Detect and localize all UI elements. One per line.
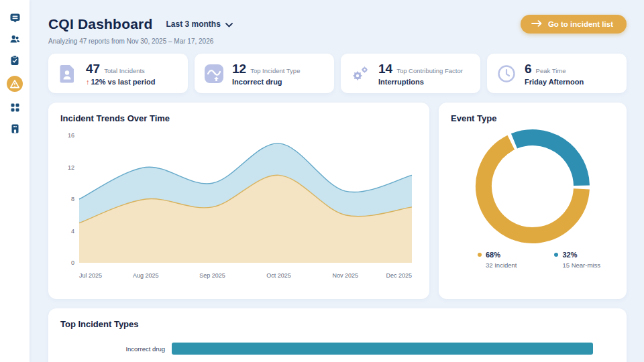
- stat-value: 6: [525, 62, 532, 76]
- report-range-subtitle: Analyzing 47 reports from Nov 30, 2025 –…: [48, 38, 627, 45]
- near-miss-legend-dot: [554, 253, 558, 257]
- apps-grid-icon[interactable]: [9, 101, 21, 113]
- stat-value: 14: [378, 62, 392, 76]
- sidebar: [0, 0, 30, 362]
- report-icon: [56, 62, 79, 85]
- clipboard-icon[interactable]: [9, 54, 21, 66]
- svg-text:4: 4: [71, 228, 74, 235]
- bar-chart-title: Top Incident Types: [60, 319, 614, 329]
- svg-text:12: 12: [68, 164, 74, 171]
- stat-sub: Friday Afternoon: [525, 78, 584, 86]
- date-range-dropdown[interactable]: Last 3 months: [166, 18, 232, 30]
- users-icon[interactable]: [9, 33, 21, 45]
- svg-text:Dec 2025: Dec 2025: [386, 272, 412, 279]
- stat-card-top-incident-type: 12 Top Incident Type Incorrect drug: [195, 54, 334, 93]
- stat-label: Peak Time: [536, 67, 566, 74]
- stat-sub: ↑12% vs last period: [86, 78, 156, 86]
- chevron-down-icon: [225, 18, 233, 30]
- gears-icon: [349, 62, 372, 85]
- incident-warning-icon[interactable]: [7, 76, 23, 92]
- go-to-incident-list-button[interactable]: Go to incident list: [521, 15, 627, 34]
- event-type-card: Event Type 68% 32 Incident 32% 15 Near-m…: [439, 103, 627, 299]
- building-icon[interactable]: [9, 123, 21, 135]
- bar-track: [172, 343, 593, 355]
- legend-item-incident: 68% 32 Incident: [478, 251, 517, 269]
- stat-sub: Incorrect drug: [232, 78, 300, 86]
- svg-text:Aug 2025: Aug 2025: [133, 272, 159, 279]
- stats-row: 47 Total Incidents ↑12% vs last period 1…: [48, 54, 627, 93]
- cta-label: Go to incident list: [548, 20, 613, 28]
- trends-chart-title: Incident Trends Over Time: [60, 113, 417, 123]
- svg-text:Jul 2025: Jul 2025: [79, 272, 102, 279]
- page-title: CQI Dashboard: [48, 16, 152, 32]
- bar-category-label: Incorrect drug: [60, 345, 172, 353]
- svg-text:16: 16: [68, 132, 74, 139]
- stat-value: 47: [86, 62, 100, 76]
- svg-text:0: 0: [71, 259, 74, 266]
- stat-label: Top Contributing Factor: [396, 67, 463, 74]
- stat-value: 12: [232, 62, 246, 76]
- stat-card-total-incidents: 47 Total Incidents ↑12% vs last period: [48, 54, 188, 93]
- trend-up-arrow: ↑: [86, 78, 90, 86]
- svg-text:8: 8: [71, 196, 74, 202]
- incident-legend-dot: [478, 253, 482, 257]
- trend-icon: [203, 62, 225, 85]
- svg-text:Nov 2025: Nov 2025: [333, 272, 359, 279]
- near-miss-pct: 32%: [562, 251, 577, 259]
- legend-item-near-miss: 32% 15 Near-miss: [554, 251, 600, 269]
- near-miss-count: 15 Near-miss: [554, 261, 600, 269]
- stat-card-top-contributing-factor: 14 Top Contributing Factor Interruptions: [341, 54, 480, 93]
- header: CQI Dashboard Last 3 months Go to incide…: [48, 15, 627, 34]
- bar-row-incorrect-drug: Incorrect drug: [60, 343, 614, 355]
- donut-chart-title: Event Type: [451, 113, 614, 123]
- date-range-label: Last 3 months: [166, 19, 220, 29]
- donut-legend: 68% 32 Incident 32% 15 Near-miss: [451, 251, 614, 269]
- arrow-right-icon: [531, 20, 542, 28]
- charts-row: Incident Trends Over Time 0481216Jul 202…: [48, 103, 627, 299]
- stat-sub: Interruptions: [378, 78, 463, 86]
- top-incident-types-card: Top Incident Types Incorrect drug: [48, 308, 627, 362]
- trends-area-chart: 0481216Jul 2025Aug 2025Sep 2025Oct 2025N…: [60, 127, 417, 288]
- svg-text:Oct 2025: Oct 2025: [266, 272, 291, 279]
- stat-card-peak-time: 6 Peak Time Friday Afternoon: [487, 54, 627, 93]
- incident-pct: 68%: [486, 251, 500, 259]
- incident-trends-card: Incident Trends Over Time 0481216Jul 202…: [48, 103, 429, 299]
- main-content: CQI Dashboard Last 3 months Go to incide…: [30, 0, 644, 362]
- event-type-donut-chart: [451, 129, 614, 244]
- chat-icon[interactable]: [9, 11, 21, 23]
- svg-text:Sep 2025: Sep 2025: [199, 272, 225, 279]
- stat-label: Top Incident Type: [250, 67, 300, 74]
- stat-label: Total Incidents: [104, 67, 145, 74]
- incident-count: 32 Incident: [478, 261, 517, 269]
- incorrect-drug-bar: [172, 343, 593, 355]
- clock-icon: [495, 62, 518, 85]
